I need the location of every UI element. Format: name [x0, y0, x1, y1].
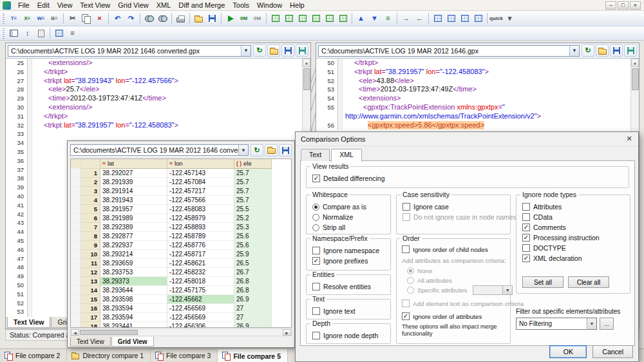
grid-cell-ele[interactable]: 25.7 [234, 169, 272, 178]
open-left-file-button[interactable] [267, 44, 280, 57]
grid-cell-lat[interactable]: 38.292389 [100, 223, 167, 232]
grid-cell-ele[interactable]: 25.7 [234, 178, 272, 187]
copy-icon[interactable] [79, 12, 93, 25]
grid-cell-lon[interactable]: -122.458979 [167, 214, 234, 223]
chevron-down-icon[interactable]: ▼ [238, 145, 248, 155]
grid-cell-lat[interactable]: 38.292877 [100, 232, 167, 241]
start-comparison-icon[interactable] [223, 12, 237, 25]
compare-as-text-icon[interactable]: T≡ [7, 12, 21, 25]
grid-cell-lon[interactable]: -122.456569 [167, 313, 234, 322]
minimize-button[interactable]: − [605, 1, 616, 10]
xml-grid-add-child-icon[interactable] [296, 12, 309, 25]
grid-cell-lon[interactable]: -122.458083 [167, 205, 234, 214]
save-grid-file-button[interactable] [279, 144, 292, 157]
column-header-lon[interactable]: =lon [167, 159, 234, 169]
autostart-comparison-icon[interactable]: 0M [237, 12, 251, 25]
save-left-file-as-button[interactable] [296, 44, 308, 57]
grid-cell-lon[interactable]: -122.457084 [167, 178, 234, 187]
checkbox-xml-declaration[interactable]: ✓XML declaration [522, 253, 627, 263]
menu-file[interactable]: File [14, 1, 33, 10]
radio-strip-all[interactable]: Strip all [312, 222, 388, 233]
grid-cell-lon[interactable]: -122.457175 [167, 286, 234, 295]
radio-none[interactable]: None [407, 266, 513, 276]
compare-while-editing-icon[interactable]: 0M [251, 12, 264, 25]
grid-cell-lon[interactable]: -122.456569 [167, 304, 234, 313]
radio-specific-attributes[interactable]: Specific attributes▼ [407, 285, 513, 295]
checkbox-doctype[interactable]: DOCTYPE [522, 243, 627, 253]
cancel-button[interactable]: Cancel [592, 345, 633, 358]
menu-help[interactable]: Help [286, 1, 308, 10]
delete-icon[interactable]: × [93, 12, 106, 25]
grid-cell-lon[interactable]: -122.458717 [167, 250, 234, 259]
quick-search-icon[interactable]: quick [489, 12, 503, 25]
column-header-lat[interactable]: =lat [100, 159, 167, 169]
ok-button[interactable]: OK [549, 345, 587, 358]
toolbar-options-icon[interactable]: ▾ [503, 12, 516, 25]
reload-right-file-button[interactable]: ↻ [582, 44, 594, 57]
chevron-down-icon[interactable]: ▼ [587, 318, 596, 329]
show-all-differences-icon[interactable]: ≡ [381, 12, 395, 25]
menu-grid-view[interactable]: Grid View [114, 1, 152, 10]
right-file-path-combo[interactable]: C:\documents\ACTIVE LOG 19 MAR 2012 1646… [318, 45, 580, 57]
grid-cell-ele[interactable]: 26.9 [234, 322, 272, 328]
print-icon[interactable] [174, 12, 187, 25]
checkbox-ignore-case[interactable]: Ignore case [402, 202, 507, 212]
show-text-view-icon[interactable]: ≡ [66, 27, 79, 40]
grid-cell-lat[interactable]: 38.292027 [100, 169, 167, 178]
checkbox-ignore-text[interactable]: Ignore text [312, 306, 388, 316]
grid-cell-lon[interactable]: -122.458789 [167, 232, 234, 241]
menu-edit[interactable]: Edit [33, 1, 53, 10]
close-button[interactable]: × [630, 1, 641, 10]
filter-browse-button[interactable]: ... [600, 318, 614, 330]
pretty-print-icon[interactable] [34, 27, 48, 40]
grid-cell-lon[interactable]: -122.458776 [167, 241, 234, 250]
grid-cell-ele[interactable]: 25.7 [234, 196, 272, 205]
undo-icon[interactable]: ↶ [111, 12, 124, 25]
grid-window-tab-grid-view[interactable]: Grid View [111, 337, 154, 347]
grid-cell-ele[interactable]: 25.9 [234, 250, 272, 259]
menu-xml[interactable]: XML [153, 1, 175, 10]
grid-cell-ele[interactable]: 25.7 [234, 187, 272, 196]
grid-cell-ele[interactable]: 26.9 [234, 295, 272, 304]
dialog-tab-text[interactable]: Text [301, 149, 330, 161]
grid-cell-lat[interactable]: 38.291914 [100, 187, 167, 196]
grid-cell-lon[interactable]: -122.457566 [167, 196, 234, 205]
grid-cell-lat[interactable]: 38.292937 [100, 241, 167, 250]
dialog-close-icon[interactable]: ✕ [622, 133, 636, 145]
checkbox-ignore-namespace[interactable]: Ignore namespace [312, 245, 388, 256]
checkbox-detailed-differencing[interactable]: ✓Detailed differencing [312, 173, 626, 184]
checkbox-cdata[interactable]: CData [522, 212, 627, 222]
set-all-button[interactable]: Set all [522, 276, 564, 288]
menu-diff-and-merge[interactable]: Diff and Merge [175, 1, 229, 10]
dialog-tab-xml[interactable]: XML [331, 149, 362, 162]
grid-cell-lat[interactable]: 38.291943 [100, 196, 167, 205]
menu-tools[interactable]: Tools [229, 1, 253, 10]
table-settings-icon[interactable] [471, 12, 485, 25]
save-right-file-as-button[interactable] [624, 44, 637, 57]
toggle-project-window-icon[interactable] [7, 27, 21, 40]
grid-view-window[interactable]: C:\documents\ACTIVE LOG 19 MAR 2012 1646… [67, 140, 295, 348]
grid-cell-lon[interactable]: -122.45662 [167, 295, 234, 304]
table-insert-column-icon[interactable] [458, 12, 471, 25]
grid-cell-lat[interactable]: 38.293594 [100, 304, 167, 313]
radio-normalize[interactable]: Normalize [312, 212, 388, 222]
grid-cell-lat[interactable]: 38.293753 [100, 268, 167, 277]
grid-cell-ele[interactable]: 27 [234, 313, 272, 322]
chevron-down-icon[interactable]: ▼ [241, 46, 251, 56]
grid-cell-lat[interactable]: 38.293598 [100, 295, 167, 304]
menu-window[interactable]: Window [253, 1, 286, 10]
compare-as-binary-icon[interactable]: B≡ [48, 12, 61, 25]
previous-difference-icon[interactable]: ▲ [354, 12, 368, 25]
grid-cell-lon[interactable]: -122.457217 [167, 187, 234, 196]
synchronized-scrolling-icon[interactable]: ↕ [21, 27, 34, 40]
radio-all-attributes[interactable]: All attributes [407, 276, 513, 285]
clear-all-button[interactable]: Clear all [568, 276, 609, 288]
scroll-up-icon[interactable]: ▲ [303, 59, 310, 67]
cut-icon[interactable]: ✂ [66, 12, 79, 25]
copy-right-to-left-icon[interactable]: ← [413, 12, 426, 25]
scroll-right-icon[interactable]: ▶ [283, 329, 291, 336]
grid-cell-ele[interactable]: 25.2 [234, 214, 272, 223]
comparison-tab-file-compare-3[interactable]: File compare 3 [151, 349, 218, 362]
reload-left-file-button[interactable]: ↻ [253, 44, 266, 57]
grid-cell-lon[interactable]: -122.456306 [167, 322, 234, 328]
